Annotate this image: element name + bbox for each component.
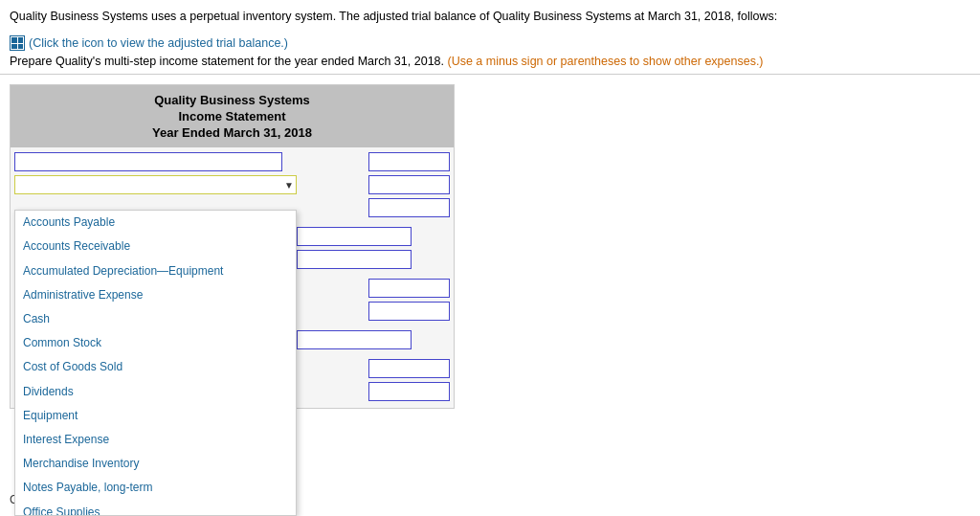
income-statement-box: Quality Business Systems Income Statemen… — [10, 84, 455, 409]
main-area: Quality Business Systems Income Statemen… — [0, 75, 980, 418]
statement-header: Quality Business Systems Income Statemen… — [11, 85, 454, 147]
intro-paragraph: Quality Business Systems uses a perpetua… — [10, 10, 777, 23]
statement-period: Year Ended March 31, 2018 — [14, 125, 450, 140]
dropdown-item-common-stock[interactable]: Common Stock — [15, 331, 296, 355]
row-8-mid — [297, 330, 415, 349]
row-6-right — [368, 279, 450, 298]
dropdown-selector[interactable]: ▼ — [14, 175, 297, 194]
row-7-right — [368, 302, 450, 321]
row-2-label-area: ▼ — [14, 175, 297, 194]
row-1-value-input[interactable] — [368, 152, 450, 171]
row-5-mid — [297, 250, 415, 269]
row-4-mid-input[interactable] — [297, 227, 412, 246]
row-2: ▼ — [14, 174, 450, 195]
prepare-note: (Use a minus sign or parentheses to show… — [448, 55, 764, 68]
row-1-right — [368, 152, 450, 171]
dropdown-item-accounts-payable[interactable]: Accounts Payable — [15, 211, 296, 235]
dropdown-item-cash[interactable]: Cash — [15, 307, 296, 331]
row-9-right — [368, 359, 450, 378]
row-8-mid-input[interactable] — [297, 330, 412, 349]
top-section: Quality Business Systems uses a perpetua… — [0, 0, 980, 75]
dropdown-arrow-icon: ▼ — [284, 180, 294, 191]
dropdown-item-merchandise-inventory[interactable]: Merchandise Inventory — [15, 452, 296, 476]
dropdown-item-accounts-receivable[interactable]: Accounts Receivable — [15, 235, 296, 258]
icon-link-label: (Click the icon to view the adjusted tri… — [29, 36, 288, 50]
dropdown-menu[interactable]: Accounts Payable Accounts Receivable Acc… — [14, 210, 297, 516]
dropdown-item-dividends[interactable]: Dividends — [15, 380, 296, 404]
prepare-text-line: Prepare Quality's multi-step income stat… — [10, 55, 970, 68]
statement-body: ▼ — [11, 147, 454, 408]
row-7-value-input[interactable] — [368, 302, 450, 321]
dropdown-item-accumulated-depreciation[interactable]: Accumulated Depreciation—Equipment — [15, 259, 296, 283]
row-3-value-input[interactable] — [368, 198, 450, 217]
row-1-label-input[interactable] — [14, 152, 282, 171]
dropdown-item-administrative-expense[interactable]: Administrative Expense — [15, 283, 296, 307]
row-10-right — [368, 382, 450, 401]
row-3-right — [368, 198, 450, 217]
intro-text: Quality Business Systems uses a perpetua… — [10, 8, 970, 26]
row-6-value-input[interactable] — [368, 279, 450, 298]
dropdown-item-cost-goods-sold[interactable]: Cost of Goods Sold — [15, 355, 296, 379]
row-10-value-input[interactable] — [368, 382, 450, 401]
grid-icon — [10, 35, 25, 51]
row-9-value-input[interactable] — [368, 359, 450, 378]
row-2-value-input[interactable] — [368, 175, 450, 194]
dropdown-item-notes-payable[interactable]: Notes Payable, long-term — [15, 476, 296, 500]
dropdown-item-office-supplies[interactable]: Office Supplies — [15, 501, 296, 517]
row-1 — [14, 151, 450, 172]
dropdown-item-interest-expense[interactable]: Interest Expense — [15, 428, 296, 452]
statement-title: Income Statement — [14, 109, 450, 123]
row-5-mid-input[interactable] — [297, 250, 412, 269]
prepare-main: Prepare Quality's multi-step income stat… — [10, 55, 444, 68]
trial-balance-link[interactable]: (Click the icon to view the adjusted tri… — [10, 35, 288, 51]
row-2-right — [368, 175, 450, 194]
row-4-mid — [297, 227, 415, 246]
row-1-label-area — [14, 152, 297, 171]
company-name: Quality Business Systems — [14, 93, 450, 107]
dropdown-item-equipment[interactable]: Equipment — [15, 404, 296, 428]
